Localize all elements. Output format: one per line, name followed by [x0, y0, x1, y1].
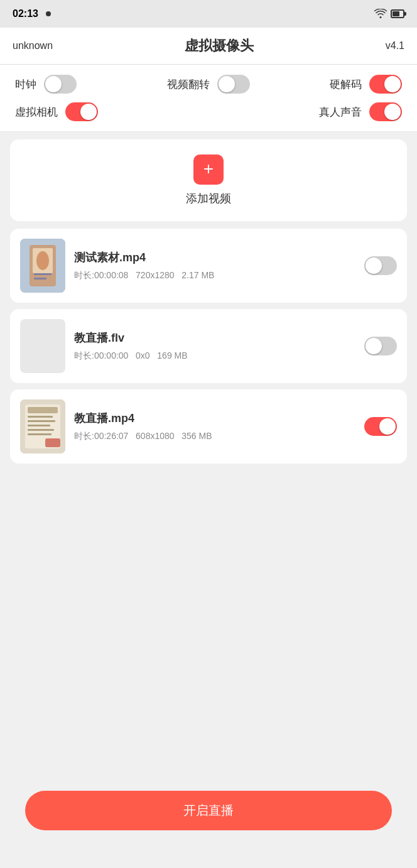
- video-info-1: 测试素材.mp4 时长:00:00:08 720x1280 2.17 MB: [74, 250, 355, 281]
- video-size-2: 169 MB: [157, 350, 187, 361]
- video-meta-3: 时长:00:26:07 608x1080 356 MB: [74, 431, 355, 442]
- list-item: 测试素材.mp4 时长:00:00:08 720x1280 2.17 MB: [10, 229, 407, 303]
- video-resolution-2: 0x0: [136, 350, 150, 361]
- svg-rect-4: [34, 273, 51, 275]
- video-meta-2: 时长:00:00:00 0x0 169 MB: [74, 350, 355, 362]
- clock-label: 时钟: [15, 77, 36, 92]
- real-voice-toggle[interactable]: [369, 102, 402, 121]
- video-flip-label: 视频翻转: [167, 77, 210, 92]
- virtual-camera-toggle[interactable]: [65, 102, 98, 121]
- controls-row-1: 时钟 视频翻转 硬解码: [15, 75, 402, 94]
- list-item: 教直播.mp4 时长:00:26:07 608x1080 356 MB: [10, 389, 407, 464]
- video-resolution-3: 608x1080: [136, 431, 175, 441]
- video-name-1: 测试素材.mp4: [74, 250, 355, 265]
- control-hw-decode: 硬解码: [273, 75, 402, 94]
- hw-decode-label: 硬解码: [330, 77, 362, 92]
- start-live-button[interactable]: 开启直播: [25, 791, 392, 830]
- version-label: v4.1: [386, 40, 404, 52]
- virtual-camera-label: 虚拟相机: [15, 105, 58, 119]
- add-video-button[interactable]: +: [193, 155, 224, 185]
- video-size-3: 356 MB: [181, 431, 212, 441]
- svg-rect-9: [28, 416, 53, 418]
- video-name-3: 教直播.mp4: [74, 411, 355, 426]
- svg-point-3: [36, 251, 49, 270]
- list-item: 教直播.flv 时长:00:00:00 0x0 169 MB: [10, 309, 407, 383]
- control-clock: 时钟: [15, 75, 144, 94]
- header: unknown 虚拟摄像头 v4.1: [0, 28, 417, 65]
- status-dot: [46, 11, 51, 16]
- control-real-voice: 真人声音: [208, 102, 402, 121]
- svg-rect-12: [28, 429, 54, 431]
- video-duration-3: 时长:00:26:07: [74, 431, 128, 441]
- svg-rect-11: [28, 425, 50, 426]
- status-icons: [374, 9, 404, 19]
- hw-decode-toggle[interactable]: [369, 75, 402, 94]
- video-toggle-3[interactable]: [364, 417, 397, 436]
- video-info-2: 教直播.flv 时长:00:00:00 0x0 169 MB: [74, 330, 355, 362]
- controls-section: 时钟 视频翻转 硬解码 虚拟相机 真人声音: [0, 65, 417, 132]
- header-left: unknown: [13, 40, 53, 52]
- video-duration-2: 时长:00:00:00: [74, 350, 128, 361]
- add-video-section: + 添加视频: [10, 139, 407, 221]
- svg-rect-14: [45, 438, 60, 447]
- video-size-1: 2.17 MB: [181, 270, 214, 280]
- status-bar: 02:13: [0, 0, 417, 28]
- svg-rect-13: [28, 433, 51, 435]
- controls-row-2: 虚拟相机 真人声音: [15, 102, 402, 121]
- add-video-label: 添加视频: [186, 191, 231, 206]
- start-button-wrapper: 开启直播: [25, 791, 392, 830]
- video-flip-toggle[interactable]: [217, 75, 250, 94]
- video-toggle-2[interactable]: [364, 337, 397, 355]
- add-icon: +: [203, 160, 214, 178]
- video-thumbnail-2: [20, 319, 65, 373]
- control-virtual-camera: 虚拟相机: [15, 102, 208, 121]
- svg-rect-8: [28, 407, 58, 413]
- svg-rect-10: [28, 420, 55, 422]
- video-info-3: 教直播.mp4 时长:00:26:07 608x1080 356 MB: [74, 411, 355, 442]
- battery-icon: [391, 9, 404, 18]
- video-list: 测试素材.mp4 时长:00:00:08 720x1280 2.17 MB 教直…: [10, 229, 407, 464]
- video-toggle-1[interactable]: [364, 256, 397, 275]
- wifi-icon: [374, 9, 387, 19]
- real-voice-label: 真人声音: [319, 105, 362, 119]
- video-thumbnail-1: [20, 239, 65, 293]
- control-video-flip: 视频翻转: [144, 75, 273, 94]
- video-duration-1: 时长:00:00:08: [74, 270, 128, 280]
- video-resolution-1: 720x1280: [136, 270, 175, 280]
- status-time: 02:13: [13, 8, 38, 19]
- app-title: 虚拟摄像头: [185, 36, 254, 55]
- svg-rect-5: [34, 278, 46, 279]
- clock-toggle[interactable]: [44, 75, 77, 94]
- video-thumbnail-3: [20, 399, 65, 453]
- video-meta-1: 时长:00:00:08 720x1280 2.17 MB: [74, 270, 355, 281]
- video-name-2: 教直播.flv: [74, 330, 355, 345]
